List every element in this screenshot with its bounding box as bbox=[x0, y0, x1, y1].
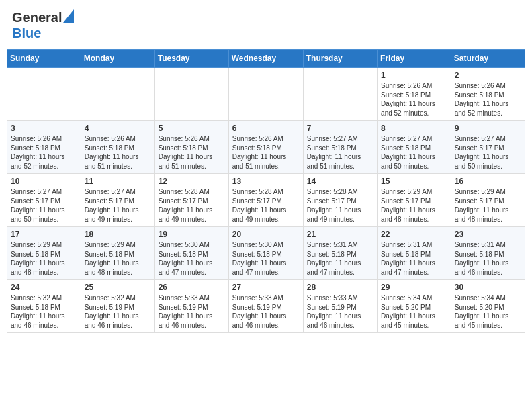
day-number: 17 bbox=[11, 230, 77, 239]
calendar-cell: 7Sunrise: 5:27 AMSunset: 5:18 PMDaylight… bbox=[303, 121, 377, 174]
weekday-header-saturday: Saturday bbox=[451, 50, 525, 68]
day-number: 21 bbox=[307, 230, 373, 239]
calendar-cell: 13Sunrise: 5:28 AMSunset: 5:17 PMDayligh… bbox=[228, 174, 303, 227]
cell-content: Sunrise: 5:32 AMSunset: 5:18 PMDaylight:… bbox=[11, 293, 77, 330]
cell-content: Sunrise: 5:27 AMSunset: 5:18 PMDaylight:… bbox=[381, 134, 447, 171]
day-number: 13 bbox=[232, 177, 300, 186]
calendar-week-row: 1Sunrise: 5:26 AMSunset: 5:18 PMDaylight… bbox=[7, 68, 525, 121]
weekday-header-wednesday: Wednesday bbox=[228, 50, 303, 68]
calendar-table: SundayMondayTuesdayWednesdayThursdayFrid… bbox=[7, 49, 525, 333]
calendar-cell: 18Sunrise: 5:29 AMSunset: 5:18 PMDayligh… bbox=[81, 227, 154, 280]
calendar-cell: 8Sunrise: 5:27 AMSunset: 5:18 PMDaylight… bbox=[378, 121, 451, 174]
calendar-week-row: 3Sunrise: 5:26 AMSunset: 5:18 PMDaylight… bbox=[7, 121, 525, 174]
cell-content: Sunrise: 5:29 AMSunset: 5:17 PMDaylight:… bbox=[455, 187, 521, 224]
calendar-cell: 6Sunrise: 5:26 AMSunset: 5:18 PMDaylight… bbox=[228, 121, 303, 174]
logo-blue: Blue bbox=[12, 26, 41, 40]
cell-content: Sunrise: 5:33 AMSunset: 5:19 PMDaylight:… bbox=[307, 293, 373, 330]
cell-content: Sunrise: 5:31 AMSunset: 5:18 PMDaylight:… bbox=[381, 240, 447, 277]
calendar-cell: 23Sunrise: 5:31 AMSunset: 5:18 PMDayligh… bbox=[451, 227, 525, 280]
calendar-week-row: 24Sunrise: 5:32 AMSunset: 5:18 PMDayligh… bbox=[7, 280, 525, 333]
calendar-cell: 20Sunrise: 5:30 AMSunset: 5:18 PMDayligh… bbox=[228, 227, 303, 280]
calendar-cell bbox=[154, 68, 228, 121]
cell-content: Sunrise: 5:28 AMSunset: 5:17 PMDaylight:… bbox=[307, 187, 373, 224]
day-number: 15 bbox=[381, 177, 447, 186]
calendar-cell: 27Sunrise: 5:33 AMSunset: 5:19 PMDayligh… bbox=[228, 280, 303, 333]
day-number: 19 bbox=[159, 230, 225, 239]
cell-content: Sunrise: 5:30 AMSunset: 5:18 PMDaylight:… bbox=[159, 240, 225, 277]
calendar-cell: 16Sunrise: 5:29 AMSunset: 5:17 PMDayligh… bbox=[451, 174, 525, 227]
day-number: 20 bbox=[232, 230, 300, 239]
day-number: 24 bbox=[11, 283, 77, 292]
cell-content: Sunrise: 5:27 AMSunset: 5:18 PMDaylight:… bbox=[307, 134, 373, 171]
cell-content: Sunrise: 5:30 AMSunset: 5:18 PMDaylight:… bbox=[232, 240, 300, 277]
calendar-cell bbox=[7, 68, 81, 121]
day-number: 14 bbox=[307, 177, 373, 186]
cell-content: Sunrise: 5:32 AMSunset: 5:19 PMDaylight:… bbox=[85, 293, 151, 330]
day-number: 29 bbox=[381, 283, 447, 292]
day-number: 18 bbox=[85, 230, 151, 239]
day-number: 26 bbox=[159, 283, 225, 292]
cell-content: Sunrise: 5:27 AMSunset: 5:17 PMDaylight:… bbox=[11, 187, 77, 224]
cell-content: Sunrise: 5:26 AMSunset: 5:18 PMDaylight:… bbox=[232, 134, 300, 171]
day-number: 30 bbox=[455, 283, 521, 292]
weekday-header-row: SundayMondayTuesdayWednesdayThursdayFrid… bbox=[7, 50, 525, 68]
day-number: 5 bbox=[159, 124, 225, 133]
cell-content: Sunrise: 5:26 AMSunset: 5:18 PMDaylight:… bbox=[381, 81, 447, 118]
page-header: General Blue bbox=[7, 7, 525, 44]
cell-content: Sunrise: 5:31 AMSunset: 5:18 PMDaylight:… bbox=[307, 240, 373, 277]
cell-content: Sunrise: 5:27 AMSunset: 5:17 PMDaylight:… bbox=[455, 134, 521, 171]
cell-content: Sunrise: 5:29 AMSunset: 5:18 PMDaylight:… bbox=[11, 240, 77, 277]
calendar-cell: 10Sunrise: 5:27 AMSunset: 5:17 PMDayligh… bbox=[7, 174, 81, 227]
cell-content: Sunrise: 5:31 AMSunset: 5:18 PMDaylight:… bbox=[455, 240, 521, 277]
calendar-cell: 22Sunrise: 5:31 AMSunset: 5:18 PMDayligh… bbox=[378, 227, 451, 280]
calendar-cell bbox=[228, 68, 303, 121]
calendar-cell: 12Sunrise: 5:28 AMSunset: 5:17 PMDayligh… bbox=[154, 174, 228, 227]
cell-content: Sunrise: 5:26 AMSunset: 5:18 PMDaylight:… bbox=[11, 134, 77, 171]
cell-content: Sunrise: 5:28 AMSunset: 5:17 PMDaylight:… bbox=[159, 187, 225, 224]
calendar-cell bbox=[81, 68, 154, 121]
cell-content: Sunrise: 5:29 AMSunset: 5:17 PMDaylight:… bbox=[381, 187, 447, 224]
weekday-header-thursday: Thursday bbox=[303, 50, 377, 68]
day-number: 10 bbox=[11, 177, 77, 186]
day-number: 11 bbox=[85, 177, 151, 186]
calendar-cell: 26Sunrise: 5:33 AMSunset: 5:19 PMDayligh… bbox=[154, 280, 228, 333]
day-number: 3 bbox=[11, 124, 77, 133]
calendar-cell: 11Sunrise: 5:27 AMSunset: 5:17 PMDayligh… bbox=[81, 174, 154, 227]
day-number: 4 bbox=[85, 124, 151, 133]
calendar-cell: 15Sunrise: 5:29 AMSunset: 5:17 PMDayligh… bbox=[378, 174, 451, 227]
day-number: 1 bbox=[381, 71, 447, 80]
calendar-cell: 3Sunrise: 5:26 AMSunset: 5:18 PMDaylight… bbox=[7, 121, 81, 174]
calendar-cell: 21Sunrise: 5:31 AMSunset: 5:18 PMDayligh… bbox=[303, 227, 377, 280]
cell-content: Sunrise: 5:34 AMSunset: 5:20 PMDaylight:… bbox=[455, 293, 521, 330]
cell-content: Sunrise: 5:29 AMSunset: 5:18 PMDaylight:… bbox=[85, 240, 151, 277]
weekday-header-tuesday: Tuesday bbox=[154, 50, 228, 68]
day-number: 23 bbox=[455, 230, 521, 239]
weekday-header-sunday: Sunday bbox=[7, 50, 81, 68]
calendar-cell bbox=[303, 68, 377, 121]
calendar-week-row: 10Sunrise: 5:27 AMSunset: 5:17 PMDayligh… bbox=[7, 174, 525, 227]
calendar-cell: 29Sunrise: 5:34 AMSunset: 5:20 PMDayligh… bbox=[378, 280, 451, 333]
cell-content: Sunrise: 5:33 AMSunset: 5:19 PMDaylight:… bbox=[159, 293, 225, 330]
calendar-cell: 24Sunrise: 5:32 AMSunset: 5:18 PMDayligh… bbox=[7, 280, 81, 333]
calendar-cell: 28Sunrise: 5:33 AMSunset: 5:19 PMDayligh… bbox=[303, 280, 377, 333]
day-number: 28 bbox=[307, 283, 373, 292]
cell-content: Sunrise: 5:26 AMSunset: 5:18 PMDaylight:… bbox=[85, 134, 151, 171]
cell-content: Sunrise: 5:27 AMSunset: 5:17 PMDaylight:… bbox=[85, 187, 151, 224]
day-number: 7 bbox=[307, 124, 373, 133]
logo-triangle-icon bbox=[63, 9, 74, 23]
calendar-cell: 17Sunrise: 5:29 AMSunset: 5:18 PMDayligh… bbox=[7, 227, 81, 280]
weekday-header-friday: Friday bbox=[378, 50, 451, 68]
day-number: 16 bbox=[455, 177, 521, 186]
calendar-cell: 9Sunrise: 5:27 AMSunset: 5:17 PMDaylight… bbox=[451, 121, 525, 174]
cell-content: Sunrise: 5:28 AMSunset: 5:17 PMDaylight:… bbox=[232, 187, 300, 224]
cell-content: Sunrise: 5:26 AMSunset: 5:18 PMDaylight:… bbox=[159, 134, 225, 171]
day-number: 9 bbox=[455, 124, 521, 133]
svg-marker-0 bbox=[63, 9, 74, 23]
day-number: 8 bbox=[381, 124, 447, 133]
day-number: 25 bbox=[85, 283, 151, 292]
calendar-cell: 25Sunrise: 5:32 AMSunset: 5:19 PMDayligh… bbox=[81, 280, 154, 333]
logo: General Blue bbox=[12, 9, 74, 41]
calendar-cell: 19Sunrise: 5:30 AMSunset: 5:18 PMDayligh… bbox=[154, 227, 228, 280]
cell-content: Sunrise: 5:34 AMSunset: 5:20 PMDaylight:… bbox=[381, 293, 447, 330]
day-number: 12 bbox=[159, 177, 225, 186]
